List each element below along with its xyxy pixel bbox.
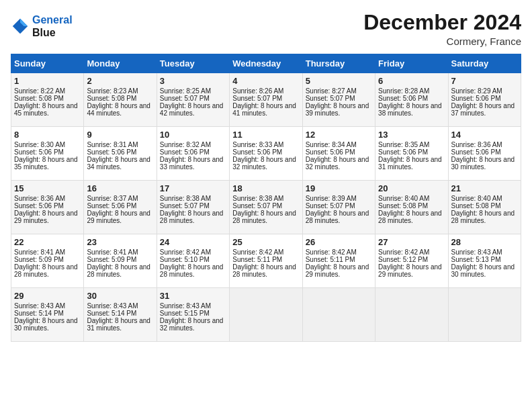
daylight-text: Daylight: 8 hours and 29 minutes. [87, 210, 153, 224]
calendar-cell: 7Sunrise: 8:29 AMSunset: 5:06 PMDaylight… [448, 73, 521, 127]
day-number: 12 [306, 130, 372, 140]
sunset-text: Sunset: 5:06 PM [232, 148, 299, 156]
day-number: 28 [451, 237, 518, 247]
logo-text-blue: Blue [32, 26, 73, 39]
sunset-text: Sunset: 5:06 PM [306, 148, 372, 156]
month-title: December 2024 [363, 11, 521, 34]
calendar-cell: 4Sunrise: 8:26 AMSunset: 5:07 PMDaylight… [230, 73, 302, 127]
daylight-text: Daylight: 8 hours and 29 minutes. [306, 263, 372, 278]
day-number: 16 [87, 183, 153, 193]
calendar-cell: 13Sunrise: 8:35 AMSunset: 5:06 PMDayligh… [375, 127, 448, 181]
daylight-text: Daylight: 8 hours and 28 minutes. [14, 263, 81, 278]
daylight-text: Daylight: 8 hours and 34 minutes. [87, 156, 153, 171]
sunrise-text: Sunrise: 8:36 AM [451, 141, 518, 148]
sunrise-text: Sunrise: 8:42 AM [378, 248, 445, 256]
sunset-text: Sunset: 5:08 PM [451, 202, 518, 210]
sunrise-text: Sunrise: 8:29 AM [451, 87, 518, 95]
sunrise-text: Sunrise: 8:27 AM [306, 87, 372, 95]
calendar-cell: 24Sunrise: 8:42 AMSunset: 5:10 PMDayligh… [157, 234, 229, 288]
day-number: 6 [378, 76, 445, 86]
calendar-cell: 30Sunrise: 8:43 AMSunset: 5:14 PMDayligh… [84, 288, 157, 342]
sunrise-text: Sunrise: 8:40 AM [378, 195, 445, 202]
calendar-cell: 19Sunrise: 8:39 AMSunset: 5:07 PMDayligh… [302, 181, 375, 234]
sunset-text: Sunset: 5:11 PM [232, 256, 299, 263]
daylight-text: Daylight: 8 hours and 32 minutes. [306, 156, 372, 171]
sunrise-text: Sunrise: 8:35 AM [378, 141, 445, 148]
sunrise-text: Sunrise: 8:38 AM [160, 195, 226, 202]
daylight-text: Daylight: 8 hours and 28 minutes. [306, 210, 372, 224]
sunrise-text: Sunrise: 8:26 AM [232, 87, 299, 95]
calendar-week-row: 29Sunrise: 8:43 AMSunset: 5:14 PMDayligh… [11, 288, 521, 342]
sunrise-text: Sunrise: 8:37 AM [87, 195, 153, 202]
calendar-cell: 27Sunrise: 8:42 AMSunset: 5:12 PMDayligh… [375, 234, 448, 288]
day-number: 25 [232, 237, 299, 247]
daylight-text: Daylight: 8 hours and 31 minutes. [87, 317, 153, 332]
daylight-text: Daylight: 8 hours and 28 minutes. [232, 210, 299, 224]
weekday-header: Sunday [11, 54, 84, 73]
sunrise-text: Sunrise: 8:42 AM [160, 248, 226, 256]
calendar-cell: 2Sunrise: 8:23 AMSunset: 5:08 PMDaylight… [84, 73, 157, 127]
sunset-text: Sunset: 5:11 PM [306, 256, 372, 263]
sunset-text: Sunset: 5:07 PM [306, 95, 372, 102]
sunset-text: Sunset: 5:09 PM [87, 256, 153, 263]
day-number: 26 [306, 237, 372, 247]
page-container: General Blue December 2024 Cormery, Fran… [0, 0, 532, 349]
sunset-text: Sunset: 5:06 PM [378, 148, 445, 156]
calendar-cell: 9Sunrise: 8:31 AMSunset: 5:06 PMDaylight… [84, 127, 157, 181]
sunrise-text: Sunrise: 8:33 AM [232, 141, 299, 148]
calendar-cell: 10Sunrise: 8:32 AMSunset: 5:06 PMDayligh… [157, 127, 229, 181]
sunrise-text: Sunrise: 8:43 AM [87, 302, 153, 310]
calendar-cell: 28Sunrise: 8:43 AMSunset: 5:13 PMDayligh… [448, 234, 521, 288]
sunset-text: Sunset: 5:15 PM [160, 310, 226, 317]
day-number: 7 [451, 76, 518, 86]
day-number: 8 [14, 130, 81, 140]
sunset-text: Sunset: 5:10 PM [160, 256, 226, 263]
weekday-header: Thursday [302, 54, 375, 73]
location: Cormery, France [363, 36, 521, 47]
day-number: 3 [160, 76, 226, 86]
day-number: 31 [160, 291, 226, 301]
logo-text-general: General [32, 14, 73, 26]
calendar-cell: 1Sunrise: 8:22 AMSunset: 5:08 PMDaylight… [11, 73, 84, 127]
calendar-cell: 25Sunrise: 8:42 AMSunset: 5:11 PMDayligh… [230, 234, 302, 288]
day-number: 17 [160, 183, 226, 193]
day-number: 15 [14, 183, 81, 193]
daylight-text: Daylight: 8 hours and 29 minutes. [378, 263, 445, 278]
sunrise-text: Sunrise: 8:23 AM [87, 87, 153, 95]
calendar-cell: 5Sunrise: 8:27 AMSunset: 5:07 PMDaylight… [302, 73, 375, 127]
daylight-text: Daylight: 8 hours and 28 minutes. [451, 210, 518, 224]
sunset-text: Sunset: 5:06 PM [87, 148, 153, 156]
day-number: 10 [160, 130, 226, 140]
sunrise-text: Sunrise: 8:39 AM [306, 195, 372, 202]
daylight-text: Daylight: 8 hours and 28 minutes. [232, 263, 299, 278]
sunrise-text: Sunrise: 8:25 AM [160, 87, 226, 95]
daylight-text: Daylight: 8 hours and 38 minutes. [378, 102, 445, 117]
daylight-text: Daylight: 8 hours and 45 minutes. [14, 102, 81, 117]
day-number: 29 [14, 291, 81, 301]
day-number: 14 [451, 130, 518, 140]
daylight-text: Daylight: 8 hours and 28 minutes. [87, 263, 153, 278]
daylight-text: Daylight: 8 hours and 39 minutes. [306, 102, 372, 117]
day-number: 11 [232, 130, 299, 140]
weekday-header: Saturday [448, 54, 521, 73]
calendar-cell: 14Sunrise: 8:36 AMSunset: 5:06 PMDayligh… [448, 127, 521, 181]
calendar-week-row: 8Sunrise: 8:30 AMSunset: 5:06 PMDaylight… [11, 127, 521, 181]
day-number: 23 [87, 237, 153, 247]
day-number: 4 [232, 76, 299, 86]
daylight-text: Daylight: 8 hours and 31 minutes. [378, 156, 445, 171]
calendar-cell: 16Sunrise: 8:37 AMSunset: 5:06 PMDayligh… [84, 181, 157, 234]
sunset-text: Sunset: 5:06 PM [87, 202, 153, 210]
sunset-text: Sunset: 5:06 PM [378, 95, 445, 102]
day-number: 2 [87, 76, 153, 86]
calendar-header-row: SundayMondayTuesdayWednesdayThursdayFrid… [11, 54, 521, 73]
weekday-header: Wednesday [230, 54, 302, 73]
header: General Blue December 2024 Cormery, Fran… [11, 11, 521, 47]
calendar-cell: 26Sunrise: 8:42 AMSunset: 5:11 PMDayligh… [302, 234, 375, 288]
sunset-text: Sunset: 5:09 PM [14, 256, 81, 263]
sunset-text: Sunset: 5:08 PM [378, 202, 445, 210]
calendar-cell: 17Sunrise: 8:38 AMSunset: 5:07 PMDayligh… [157, 181, 229, 234]
calendar-cell: 8Sunrise: 8:30 AMSunset: 5:06 PMDaylight… [11, 127, 84, 181]
calendar-week-row: 15Sunrise: 8:36 AMSunset: 5:06 PMDayligh… [11, 181, 521, 234]
sunrise-text: Sunrise: 8:28 AM [378, 87, 445, 95]
calendar-week-row: 22Sunrise: 8:41 AMSunset: 5:09 PMDayligh… [11, 234, 521, 288]
